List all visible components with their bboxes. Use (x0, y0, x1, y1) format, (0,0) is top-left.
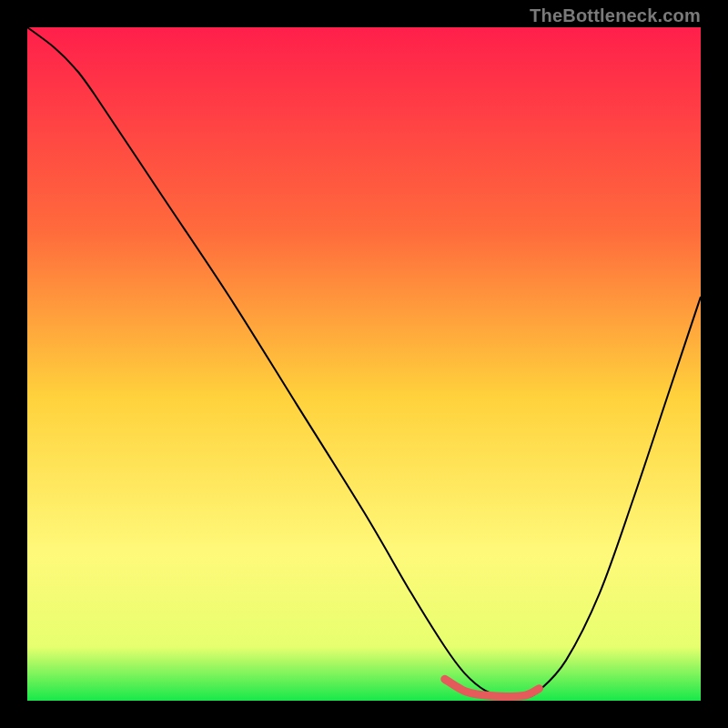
chart-svg (27, 27, 701, 701)
watermark-text: TheBottleneck.com (530, 5, 701, 26)
gradient-background (27, 27, 701, 701)
plot-area (27, 27, 701, 701)
chart-frame: TheBottleneck.com (0, 0, 728, 728)
